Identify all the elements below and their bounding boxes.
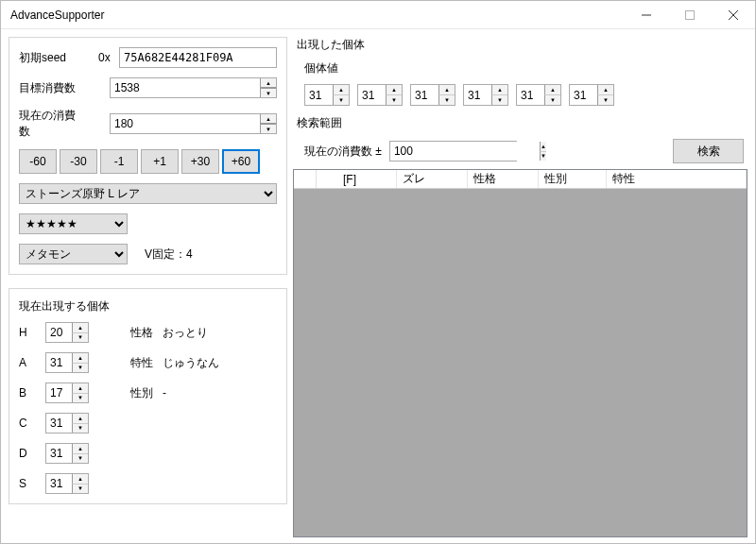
table-body bbox=[294, 189, 747, 536]
iv-0-spinner[interactable]: ▲▼ bbox=[304, 84, 350, 106]
seed-input[interactable] bbox=[119, 47, 277, 68]
stat-h-label: H bbox=[19, 326, 38, 339]
seed-panel: 初期seed 0x 目標消費数 ▲▼ 現在の消費数 bbox=[9, 37, 287, 275]
gender-value: - bbox=[163, 386, 166, 400]
results-table[interactable]: [F] ズレ 性格 性別 特性 bbox=[293, 169, 747, 537]
nature-value: おっとり bbox=[163, 325, 208, 341]
stat-s-spinner[interactable]: ▲▼ bbox=[45, 473, 89, 494]
svg-rect-1 bbox=[686, 10, 695, 19]
table-header: [F] ズレ 性格 性別 特性 bbox=[294, 170, 747, 189]
col-zure[interactable]: ズレ bbox=[397, 170, 468, 188]
fixed-v-label: V固定：4 bbox=[145, 246, 193, 263]
ivs-label: 個体値 bbox=[304, 60, 744, 76]
stat-d-label: D bbox=[19, 447, 38, 460]
iv-5-spinner[interactable]: ▲▼ bbox=[569, 84, 614, 106]
current-pokemon-panel: 現在出現する個体 H ▲▼ 性格 おっとり A bbox=[9, 288, 287, 504]
iv-2-spinner[interactable]: ▲▼ bbox=[410, 84, 455, 106]
range-label: 検索範囲 bbox=[297, 115, 744, 131]
current-label: 現在の消費数 bbox=[19, 108, 85, 140]
nature-label: 性格 bbox=[130, 325, 153, 341]
den-select[interactable]: ストーンズ原野 L レア bbox=[19, 183, 277, 204]
range-current-label: 現在の消費数 ± bbox=[304, 144, 382, 160]
stat-c-label: C bbox=[19, 416, 38, 430]
stat-b-spinner[interactable]: ▲▼ bbox=[45, 382, 89, 403]
target-label: 目標消費数 bbox=[19, 80, 85, 96]
ability-label: 特性 bbox=[130, 355, 153, 371]
row-header-corner bbox=[294, 170, 317, 188]
plus-1-button[interactable]: +1 bbox=[141, 149, 179, 174]
titlebar: AdvanceSupporter bbox=[1, 1, 755, 29]
plus-30-button[interactable]: +30 bbox=[181, 149, 219, 174]
iv-3-spinner[interactable]: ▲▼ bbox=[463, 84, 508, 106]
iv-1-spinner[interactable]: ▲▼ bbox=[357, 84, 403, 106]
species-select[interactable]: メタモン bbox=[19, 244, 128, 264]
down-icon[interactable]: ▼ bbox=[260, 124, 276, 133]
stat-c-spinner[interactable]: ▲▼ bbox=[45, 413, 89, 434]
range-spinner[interactable]: ▲▼ bbox=[389, 141, 517, 162]
up-icon[interactable]: ▲ bbox=[260, 114, 276, 124]
col-gender[interactable]: 性別 bbox=[539, 170, 607, 188]
star-select[interactable]: ★★★★★ bbox=[19, 213, 128, 234]
current-spinner[interactable]: ▲▼ bbox=[110, 113, 277, 134]
up-icon[interactable]: ▲ bbox=[260, 78, 276, 88]
current-pokemon-title: 現在出現する個体 bbox=[19, 298, 277, 314]
seed-label: 初期seed bbox=[19, 50, 93, 66]
stat-a-label: A bbox=[19, 356, 38, 369]
stat-s-label: S bbox=[19, 477, 38, 490]
search-button[interactable]: 検索 bbox=[673, 139, 744, 163]
col-nature[interactable]: 性格 bbox=[468, 170, 539, 188]
maximize-button[interactable] bbox=[668, 1, 712, 28]
plus-60-button[interactable]: +60 bbox=[222, 149, 260, 174]
col-ability[interactable]: 特性 bbox=[607, 170, 747, 188]
minus-1-button[interactable]: -1 bbox=[100, 149, 138, 174]
window-title: AdvanceSupporter bbox=[10, 8, 625, 22]
minus-60-button[interactable]: -60 bbox=[19, 149, 57, 174]
stat-a-spinner[interactable]: ▲▼ bbox=[45, 352, 89, 373]
close-button[interactable] bbox=[712, 1, 755, 28]
seed-prefix: 0x bbox=[98, 51, 113, 64]
gender-label: 性別 bbox=[130, 385, 153, 401]
appeared-title: 出現した個体 bbox=[297, 37, 744, 53]
stat-b-label: B bbox=[19, 386, 38, 400]
target-spinner[interactable]: ▲▼ bbox=[110, 77, 277, 98]
down-icon[interactable]: ▼ bbox=[260, 88, 276, 97]
minus-30-button[interactable]: -30 bbox=[60, 149, 97, 174]
ability-value: じゅうなん bbox=[163, 355, 219, 371]
iv-4-spinner[interactable]: ▲▼ bbox=[516, 84, 561, 106]
stat-d-spinner[interactable]: ▲▼ bbox=[45, 443, 89, 464]
stat-h-spinner[interactable]: ▲▼ bbox=[45, 322, 89, 343]
minimize-button[interactable] bbox=[625, 1, 668, 28]
col-f[interactable]: [F] bbox=[317, 170, 397, 188]
